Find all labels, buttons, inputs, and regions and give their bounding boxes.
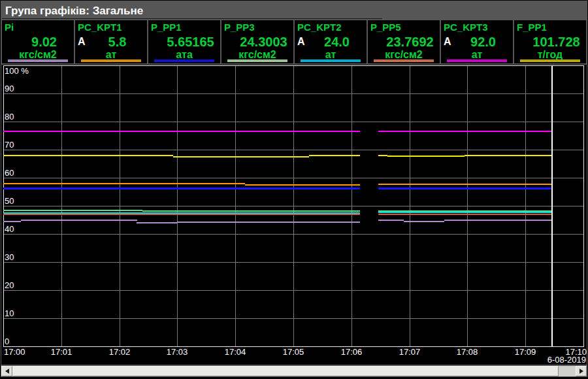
channel-unit: ата <box>148 50 220 60</box>
channel-value-row: 23.7692 <box>368 35 440 48</box>
channel-tile-P_PP3[interactable]: P_PP3 24.3003 кгс/см2 <box>221 20 293 63</box>
channel-tile-PC_KPT3[interactable]: PC_KPT3 A 92.0 ат <box>441 20 513 63</box>
channel-value-row: 5.65165 <box>148 35 220 48</box>
channel-color-bar <box>374 59 434 62</box>
y-tick-label: 60 <box>5 169 14 178</box>
scrollbar-thumb[interactable] <box>12 366 559 376</box>
plot-top-line <box>3 65 583 66</box>
y-tick-label: 20 <box>5 281 14 290</box>
v-gridline <box>61 66 62 346</box>
scroll-right-button[interactable] <box>576 366 587 376</box>
channel-color-bar <box>520 59 580 62</box>
auto-mode-indicator: A <box>444 36 453 48</box>
y-axis-line <box>3 65 4 347</box>
v-gridline <box>120 66 120 346</box>
x-tick-label: 17:06 <box>341 348 363 357</box>
x-tick-label: 17:00 <box>4 348 25 357</box>
channel-value: 24.0 <box>307 35 367 48</box>
chart-date: 6-08-2019 <box>547 355 586 365</box>
channel-tile-P_PP1[interactable]: P_PP1 5.65165 ата <box>148 20 220 63</box>
trend-line-Pi <box>137 222 177 223</box>
channel-unit: ат <box>295 50 367 60</box>
channel-unit: ат <box>441 50 513 60</box>
trend-line-PC_KPT3 <box>3 131 360 132</box>
auto-mode-indicator: A <box>297 36 307 48</box>
plot-right-line <box>583 65 584 347</box>
channel-name: F_PP1 <box>517 22 586 33</box>
trend-line-PC_KPT1 <box>3 183 245 184</box>
channel-name: P_PP1 <box>151 22 220 33</box>
x-tick-label: 17:04 <box>225 348 246 357</box>
channel-unit: кгс/см2 <box>221 50 293 60</box>
v-gridline <box>467 66 468 346</box>
channel-value-row: 101.728 <box>514 35 586 48</box>
channel-name: PC_KPT2 <box>297 22 367 33</box>
channel-name: Pi <box>5 22 74 33</box>
page-title: Група графіків: Загальне <box>2 1 586 18</box>
trend-chart: 100 %908070605040302010017:0017:0117:021… <box>1 65 587 365</box>
channel-color-bar <box>8 59 68 62</box>
x-tick-label: 17:01 <box>51 348 73 357</box>
x-tick-label: 17:05 <box>283 348 304 357</box>
channel-unit: кгс/см2 <box>2 50 74 60</box>
scroll-left-icon <box>5 369 9 374</box>
channel-value-row: 9.02 <box>2 35 74 48</box>
channel-unit: ат <box>75 50 147 60</box>
trend-line-Pi <box>177 222 247 223</box>
x-tick-label: 17:02 <box>109 348 131 357</box>
channel-value-row: A 92.0 <box>441 35 513 48</box>
channel-color-bar <box>154 59 214 62</box>
x-tick-label: 17:07 <box>399 348 421 357</box>
trend-line-P_PP3 <box>3 210 142 211</box>
v-gridline <box>293 66 294 346</box>
channel-value: 101.728 <box>527 35 586 48</box>
y-tick-label: 40 <box>5 225 14 234</box>
v-gridline <box>235 66 236 346</box>
trend-line-PC_KPT3 <box>378 131 552 132</box>
channel-value-row: A 24.0 <box>295 35 367 48</box>
v-gridline <box>351 66 352 346</box>
y-tick-label: 50 <box>5 197 14 206</box>
trend-line-Pi <box>444 220 552 221</box>
trend-line-Pi <box>247 222 360 223</box>
channel-legend-row: Pi 9.02 кгс/см2 PC_KPT1 A 5.8 ат P_PP1 5… <box>2 20 586 63</box>
channel-color-bar <box>447 59 507 62</box>
trend-line-P_PP1 <box>3 188 360 190</box>
time-scrollbar[interactable] <box>1 365 587 377</box>
channel-tile-PC_KPT1[interactable]: PC_KPT1 A 5.8 ат <box>75 20 147 63</box>
channel-name: PC_KPT3 <box>444 22 513 33</box>
channel-tile-F_PP1[interactable]: F_PP1 101.728 т/год <box>514 20 586 63</box>
channel-value: 9.02 <box>14 35 74 48</box>
channel-value-row: 24.3003 <box>221 35 293 48</box>
scrollbar-track[interactable] <box>12 366 576 376</box>
trend-line-PC_KPT2 <box>378 212 552 213</box>
trend-line-F_PP1 <box>173 156 309 157</box>
channel-value: 92.0 <box>453 35 513 48</box>
auto-mode-indicator: A <box>78 36 88 48</box>
trend-line-P_PP1 <box>378 188 552 190</box>
channel-tile-PC_KPT2[interactable]: PC_KPT2 A 24.0 ат <box>295 20 367 63</box>
y-tick-label: 0 <box>5 337 9 346</box>
channel-value-row: A 5.8 <box>75 35 147 48</box>
v-gridline <box>177 66 178 346</box>
channel-value: 5.65165 <box>161 35 220 48</box>
channel-value: 23.7692 <box>380 35 440 48</box>
x-tick-label: 17:09 <box>515 348 536 357</box>
channel-color-bar <box>227 59 287 62</box>
trend-line-Pi <box>21 220 137 221</box>
x-tick-label: 17:03 <box>167 348 188 357</box>
v-gridline <box>410 66 410 346</box>
channel-value: 24.3003 <box>234 35 293 48</box>
scroll-left-button[interactable] <box>1 366 12 376</box>
scroll-right-icon <box>580 369 583 374</box>
y-tick-label: 10 <box>5 309 14 318</box>
trend-line-P_PP5 <box>378 214 552 215</box>
trend-line-F_PP1 <box>309 155 360 156</box>
y-tick-label: 80 <box>5 112 14 122</box>
trend-line-Pi <box>378 220 404 221</box>
channel-tile-Pi[interactable]: Pi 9.02 кгс/см2 <box>2 20 74 63</box>
x-tick-label: 17:08 <box>457 348 478 357</box>
channel-tile-P_PP5[interactable]: P_PP5 23.7692 кгс/см2 <box>368 20 440 63</box>
trend-line-F_PP1 <box>465 155 552 156</box>
time-cursor[interactable] <box>551 65 553 346</box>
